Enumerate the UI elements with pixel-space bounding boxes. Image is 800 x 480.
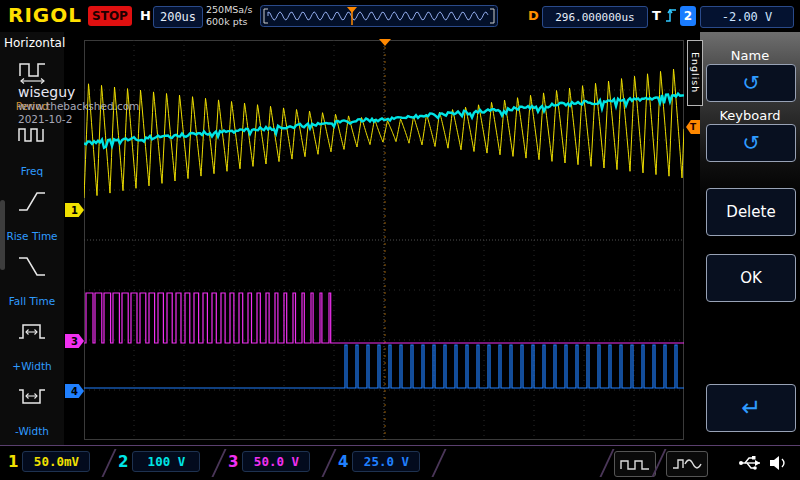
ch1-scale: 50.0mV <box>22 451 90 472</box>
enter-icon: ↵ <box>741 398 761 418</box>
rotate-icon: ↺ <box>742 133 760 153</box>
speaker-icon[interactable] <box>768 453 790 473</box>
sidebar-item-freq[interactable]: Freq <box>0 117 64 182</box>
trigger-source-badge[interactable]: 2 <box>680 6 696 26</box>
sidebar-item-label: -Width <box>0 425 64 437</box>
rotate-icon: ↺ <box>742 73 760 93</box>
channel-status-bar: 1 50.0mV 2 100 V 3 50.0 V 4 25.0 V <box>0 445 800 480</box>
ch1-number: 1 <box>8 453 18 471</box>
sidebar-item-neg-width[interactable]: -Width <box>0 377 64 442</box>
ch4-number: 4 <box>338 453 348 471</box>
ch1-position-marker[interactable]: 1 <box>65 203 84 217</box>
ch2-number: 2 <box>118 453 128 471</box>
digital-waveform-button[interactable] <box>614 451 656 477</box>
divider <box>211 449 226 477</box>
pulse-sine-icon <box>671 455 703 473</box>
sidebar-item-fall-time[interactable]: Fall Time <box>0 247 64 312</box>
graticule <box>84 40 684 440</box>
sidebar-item-label: Rise Time <box>0 230 64 242</box>
acquisition-info: 250MSa/s 600k pts <box>206 4 252 28</box>
divider <box>101 449 116 477</box>
trigger-position-marker[interactable] <box>379 39 391 46</box>
ch2-status-chip[interactable]: 2 100 V <box>118 451 200 472</box>
divider <box>599 449 614 477</box>
memory-depth: 600k pts <box>206 16 252 28</box>
delete-button[interactable]: Delete <box>706 188 796 236</box>
ch4-position-marker[interactable]: 4 <box>65 384 84 398</box>
rise-time-icon <box>17 189 47 215</box>
language-tab[interactable]: English <box>687 40 703 106</box>
measure-sidebar: Horizontal Period Freq Rise Time <box>0 32 64 448</box>
delay-label: D <box>528 8 539 23</box>
trigger-level-readout[interactable]: -2.00 V <box>700 6 794 28</box>
period-icon <box>17 59 47 85</box>
sample-rate: 250MSa/s <box>206 4 252 16</box>
usb-icon <box>738 453 764 473</box>
neg-width-icon <box>17 384 47 410</box>
keyboard-button[interactable]: ↺ <box>706 124 796 162</box>
rigol-logo: RIGOL <box>8 3 82 27</box>
divider <box>321 449 336 477</box>
sidebar-item-label: Fall Time <box>0 295 64 307</box>
ch1-status-chip[interactable]: 1 50.0mV <box>8 451 90 472</box>
top-status-bar: RIGOL STOP H 200us 250MSa/s 600k pts D 2… <box>0 0 800 32</box>
timebase-readout[interactable]: 200us <box>153 6 203 28</box>
waveform-display <box>84 40 684 440</box>
divider <box>431 449 446 477</box>
sidebar-item-period[interactable]: Period <box>0 52 64 117</box>
sidebar-item-pos-width[interactable]: +Width <box>0 312 64 377</box>
sidebar-item-label: Freq <box>0 165 64 177</box>
ok-button[interactable]: OK <box>706 254 796 302</box>
name-button[interactable]: ↺ <box>706 64 796 102</box>
run-state-badge[interactable]: STOP <box>88 6 132 26</box>
fall-time-icon <box>17 254 47 280</box>
sidebar-item-label: +Width <box>0 360 64 372</box>
trigger-slope-icon <box>665 7 678 24</box>
ch2-scale: 100 V <box>132 451 200 472</box>
ch3-status-chip[interactable]: 3 50.0 V <box>228 451 310 472</box>
softkey-menu: Name ↺ Keyboard ↺ Delete OK ↵ <box>700 32 800 448</box>
sidebar-title: Horizontal <box>0 32 64 52</box>
oscilloscope-screen: RIGOL STOP H 200us 250MSa/s 600k pts D 2… <box>0 0 800 480</box>
digital-pulses-icon <box>619 455 651 473</box>
trigger-level-marker[interactable]: T <box>686 120 700 134</box>
ch3-number: 3 <box>228 453 238 471</box>
keyboard-label: Keyboard <box>700 108 800 123</box>
record-waveform-button[interactable] <box>666 451 708 477</box>
memory-position-widget[interactable] <box>260 5 498 27</box>
sidebar-item-rise-time[interactable]: Rise Time <box>0 182 64 247</box>
freq-icon <box>17 124 47 150</box>
ch3-scale: 50.0 V <box>242 451 310 472</box>
horizontal-label: H <box>140 8 151 23</box>
ch4-status-chip[interactable]: 4 25.0 V <box>338 451 420 472</box>
ch3-position-marker[interactable]: 3 <box>65 334 84 348</box>
delay-readout[interactable]: 296.000000us <box>542 6 648 28</box>
ch4-scale: 25.0 V <box>352 451 420 472</box>
name-label: Name <box>700 48 800 63</box>
pos-width-icon <box>17 319 47 345</box>
enter-button[interactable]: ↵ <box>706 384 796 432</box>
sidebar-item-label: Period <box>0 100 64 112</box>
trigger-label: T <box>652 8 661 23</box>
sidebar-scroll-indicator[interactable] <box>0 200 5 270</box>
